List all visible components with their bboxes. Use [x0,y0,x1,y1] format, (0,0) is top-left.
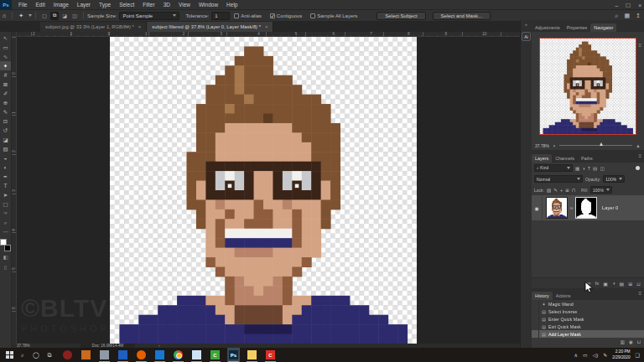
layer-filter-toggle[interactable] [636,166,640,170]
lock-transparency-icon[interactable]: ▨ [547,188,551,193]
brush-tool[interactable]: ✎ [0,107,11,116]
eyedropper-tool[interactable]: ✐ [0,89,11,98]
navigator-thumbnail[interactable] [540,39,636,134]
filter-adjustment-layers-icon[interactable]: ◑ [582,166,584,171]
app-orange-tile[interactable] [80,348,92,362]
visibility-eye-icon[interactable]: ◉ [532,195,543,220]
tray-volume-icon[interactable]: ◁) [593,352,599,358]
blur-tool[interactable]: ◒ [0,153,11,163]
history-state-row[interactable]: ▤ Select Inverse [532,308,644,315]
app-record[interactable] [61,348,74,362]
tray-chevron-icon[interactable]: ∧ [574,352,578,358]
fill-select[interactable]: 100% [590,186,612,194]
close-icon[interactable]: × [138,24,142,29]
history-brush-tool[interactable]: ↺ [0,126,11,135]
menu-item[interactable]: Edit [31,0,49,10]
panel-tab[interactable]: Properties [564,23,591,32]
layer-effects-icon[interactable]: fx [595,281,600,286]
document-canvas[interactable] [110,37,417,344]
new-snapshot-icon[interactable]: ◉ [629,339,633,344]
navigator-zoom-value[interactable]: 37.78% [535,143,549,148]
history-state-row[interactable]: ▤ Exit Quick Mask [532,323,644,330]
foreground-color-swatch[interactable] [0,239,7,246]
layer-thumbnail[interactable] [546,197,568,219]
app-firefox[interactable] [135,348,148,362]
tray-network-icon[interactable]: ▭ [583,352,588,358]
history-snapshot-gutter[interactable] [532,300,539,308]
type-tool[interactable]: T [0,181,11,190]
healing-brush-tool[interactable]: ⊕ [0,98,11,107]
menu-item[interactable]: Image [49,0,73,10]
frame-tool[interactable]: ⊠ [0,80,11,89]
tolerance-input[interactable]: 1 [211,12,230,20]
marquee-tool[interactable]: ▭ [0,43,11,52]
hand-tool[interactable]: ☞ [0,209,11,218]
select-subject-button[interactable]: Select Subject [377,12,425,20]
eraser-tool[interactable]: ◪ [0,135,11,144]
dodge-tool[interactable]: ◐ [0,163,11,172]
menu-item[interactable]: File [14,0,31,10]
zoom-in-mountain-icon[interactable]: ▲ [636,143,641,148]
panel-menu-icon[interactable]: ≡ [638,153,641,158]
opacity-select[interactable]: 100% [603,175,625,183]
menu-item[interactable]: Help [222,0,242,10]
task-view-icon[interactable]: ⧉ [43,352,56,359]
menu-item[interactable]: Select [115,0,138,10]
app-file-explorer[interactable] [246,348,258,362]
add-layer-mask-icon[interactable]: ▣ [603,281,608,287]
lock-all-icon[interactable]: ⊓ [572,188,575,193]
delete-state-icon[interactable]: ⊔ [637,339,641,344]
app-windows-gray[interactable] [98,348,111,362]
blend-mode-select[interactable]: Normal [534,175,583,183]
filter-smart-objects-icon[interactable]: ◫ [600,166,604,171]
magic-wand-preset-icon[interactable]: ✦ [16,13,26,19]
new-adjustment-layer-icon[interactable]: ◑ [612,281,615,286]
menu-item[interactable]: View [174,0,195,10]
app-green-c[interactable]: C [209,348,221,362]
workspace-switcher-icon[interactable]: ▦ [625,13,631,19]
panel-menu-icon[interactable]: ≡ [638,291,641,296]
history-state-row[interactable]: ▤ Enter Quick Mask [532,315,644,323]
close-icon[interactable]: × [265,24,268,29]
history-state-row[interactable]: ✦ Magic Wand [532,300,644,308]
filter-shape-layers-icon[interactable]: ▤ [593,166,597,171]
search-icon[interactable]: ⌕ [615,13,619,19]
ai-panel-icon[interactable]: Ai [522,32,531,41]
history-snapshot-gutter[interactable] [532,315,539,323]
panel-tab[interactable]: Paths [578,154,596,163]
new-group-icon[interactable]: ▤ [620,281,625,287]
app-chrome[interactable] [172,348,184,362]
document-tab[interactable]: subject filtered @ 37.8% (Layer 0, Layer… [147,22,273,32]
select-and-mask-button[interactable]: Select and Mask... [433,12,491,20]
zoom-tool[interactable]: ⌕ [0,218,11,227]
path-selection-tool[interactable]: ➤ [0,190,11,199]
close-button[interactable]: × [638,3,641,8]
app-photos[interactable] [190,348,203,362]
crop-tool[interactable]: # [0,70,11,80]
panel-tab[interactable]: Adjustments [532,23,564,32]
clone-stamp-tool[interactable]: ⊡ [0,116,11,126]
action-center-icon[interactable]: ❑ [636,352,640,358]
layer-name[interactable]: Layer 0 [602,205,618,210]
panel-tab[interactable]: Channels [552,154,578,163]
start-button[interactable] [3,351,16,359]
layer-row[interactable]: ◉ ∞ Layer 0 [532,195,644,220]
history-snapshot-gutter[interactable] [532,308,539,315]
layer-mask-thumbnail[interactable] [575,197,597,219]
navigator-zoom-slider[interactable] [559,145,632,146]
move-tool[interactable]: ↖ [0,34,11,43]
menu-item[interactable]: Filter [138,0,158,10]
panel-tab[interactable]: History [532,292,553,300]
taskbar-clock[interactable]: 2:20 PM 2/29/2020 [612,349,630,359]
restore-button[interactable]: ▢ [626,2,631,8]
edit-toolbar-button[interactable]: ⋯ [0,227,11,236]
new-selection-mode[interactable]: ▢ [40,12,49,20]
filter-type-layers-icon[interactable]: T [588,166,590,171]
layer-filter-select[interactable]: ⌕ Kind [534,164,573,172]
zoom-out-mountain-icon[interactable]: ▲ [553,143,556,147]
panel-tab[interactable]: Navigator [590,23,616,32]
history-snapshot-gutter[interactable] [532,323,539,330]
app-blue-tile[interactable] [117,348,129,362]
history-state-row[interactable]: ▤ Add Layer Mask [532,330,644,338]
document-tab[interactable]: subject.jpg @ 33.3% (Layer 1, RGB/8#) * … [40,22,147,32]
